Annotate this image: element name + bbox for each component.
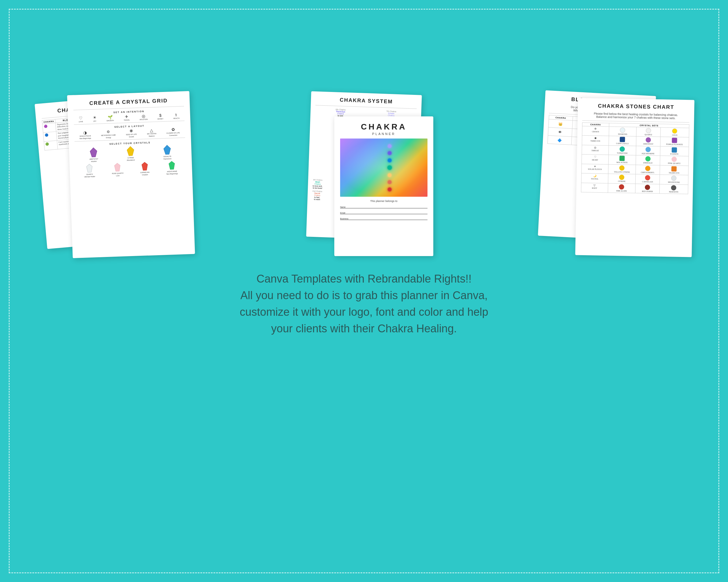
crystal-aventurine: AVENTURINE New Beginnings — [166, 160, 178, 175]
card-stones: CHAKRA STONES CHART Please find below th… — [575, 98, 694, 257]
citrine-icon — [126, 146, 135, 157]
belongs-text: This planner belongs to — [340, 200, 427, 202]
carnelian-icon — [141, 162, 148, 171]
svg-marker-1 — [127, 146, 134, 156]
quartz-icon — [86, 164, 93, 173]
layout-metatron: ✡ METATRONS CUBE Energy — [101, 130, 116, 139]
svg-marker-2 — [164, 145, 171, 155]
icon-growth: 🌱 GROWTH — [106, 115, 114, 122]
layout-flower: ✿ FLOWER OF LIFE Connection — [166, 127, 180, 137]
crystal-amethyst: AMETHYST Intuition — [89, 147, 98, 162]
card-planner: CHAKRA PLANNER This planner belongs to — [334, 116, 433, 256]
svg-marker-0 — [90, 147, 97, 157]
crystals-row1: AMETHYST Intuition CITRINE Abundance SOD… — [75, 144, 186, 163]
crystal-title: CREATE A CRYSTAL GRID — [73, 97, 184, 107]
icon-travel: ✈ TRAVEL — [124, 114, 130, 121]
card-crystal: CREATE A CRYSTAL GRID SET AN INTENTION ♡… — [67, 91, 195, 258]
svg-marker-6 — [169, 161, 175, 170]
divider-7 — [582, 120, 689, 122]
crystal-sodalite: SODALITE Expression — [163, 144, 172, 160]
main-content: CHAKRA AWARENESS CHAKRA BLOCKED BALANCED… — [18, 18, 710, 564]
system-title: CHAKRA SYSTEM — [316, 96, 417, 106]
svg-marker-3 — [86, 164, 93, 172]
icon-health: ⚕ HEALTH — [173, 113, 179, 119]
cards-area: CHAKRA AWARENESS CHAKRA BLOCKED BALANCED… — [18, 29, 710, 262]
stones-table: CHAKRA CRYSTAL SETS ⊛ CROWN DIAMOND — [581, 122, 689, 194]
planner-name-field: Name — [340, 206, 427, 209]
svg-marker-5 — [141, 162, 148, 170]
crystals-row2: QUARTZ Ultimate Healer ROSE QUARTZ Love … — [75, 160, 186, 178]
crystal-carnelian: CARNELIAN Creation — [140, 162, 150, 176]
stones-title: CHAKRA STONES CHART — [582, 103, 690, 111]
icon-love: ♡ LOVE — [79, 116, 83, 122]
stones-subtitle: Please find below the best healing cryst… — [582, 112, 690, 120]
sodalite-icon — [163, 144, 171, 155]
planner-email-field: Email — [340, 212, 427, 214]
bottom-line1: Canva Templates with Rebrandable Rights!… — [29, 271, 699, 287]
icon-joy: ☀ JOY — [93, 115, 97, 122]
amethyst-icon — [89, 147, 98, 158]
rose-quartz-icon — [114, 162, 121, 172]
crystal-rose-quartz: ROSE QUARTZ Love — [111, 162, 124, 177]
aventurine-icon — [168, 161, 176, 170]
planner-image — [340, 139, 427, 197]
layout-sri-yantra: △ SRI YANTRA Balance — [147, 128, 157, 137]
icon-intuition: ◎ INTUITION — [139, 114, 148, 120]
planner-business-field: Business — [340, 218, 427, 220]
icon-money: $ MONEY — [157, 113, 163, 120]
planner-title: CHAKRA — [340, 122, 427, 132]
crystal-citrine: CITRINE Abundance — [126, 146, 135, 161]
svg-marker-4 — [114, 163, 121, 171]
planner-subtitle: PLANNER — [340, 132, 427, 136]
layout-seed: ❋ SEED OF LIFE Growth — [126, 129, 137, 138]
layout-vesica: ◑ VESICA PISCIS New Beginnings — [79, 130, 91, 139]
bottom-line4: your clients with their Chakra Healing. — [29, 321, 699, 337]
bottom-line3: customize it with your logo, font and co… — [29, 304, 699, 321]
bottom-text-section: Canva Templates with Rebrandable Rights!… — [18, 271, 710, 337]
table-row: ▽ ROOT FIRE AGATE RED JASPER — [581, 183, 688, 194]
bottom-line2: All you need to do is to grab this plann… — [29, 287, 699, 304]
crystal-quartz: QUARTZ Ultimate Healer — [84, 163, 95, 177]
